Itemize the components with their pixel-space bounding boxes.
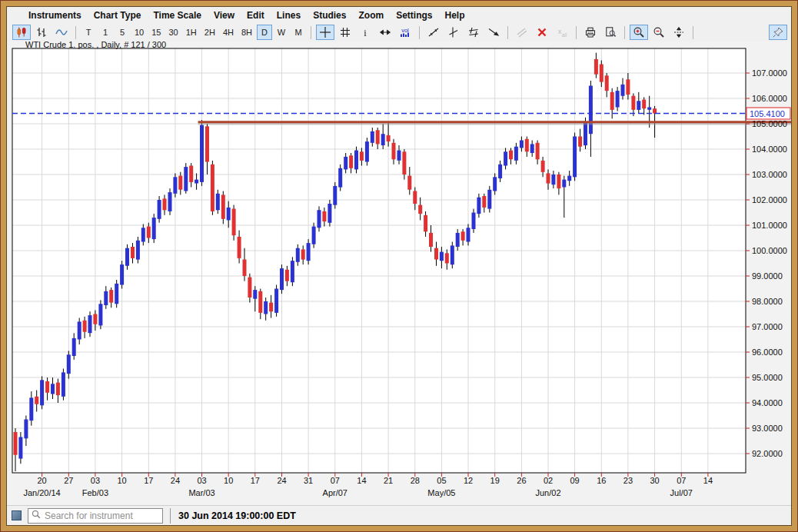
search-icon bbox=[31, 509, 42, 523]
svg-text:09: 09 bbox=[570, 476, 579, 485]
instrument-search-box[interactable] bbox=[28, 508, 163, 524]
toolbar-separator bbox=[419, 26, 420, 39]
channel-tool-button[interactable] bbox=[513, 25, 531, 40]
chart-type-bars-button[interactable] bbox=[32, 25, 51, 40]
search-input[interactable] bbox=[42, 510, 160, 522]
svg-text:17: 17 bbox=[251, 476, 260, 485]
svg-text:106.0000: 106.0000 bbox=[752, 94, 787, 103]
print-preview-button[interactable] bbox=[601, 25, 620, 40]
svg-text:Jan/20/14: Jan/20/14 bbox=[23, 488, 60, 497]
timeframe-4h-button[interactable]: 4H bbox=[220, 25, 237, 40]
svg-text:14: 14 bbox=[703, 476, 713, 485]
svg-text:10: 10 bbox=[224, 476, 233, 485]
crosshair-tool-button[interactable] bbox=[316, 25, 334, 40]
toolbar-separator bbox=[311, 26, 311, 39]
svg-text:95.0000: 95.0000 bbox=[752, 373, 783, 382]
svg-text:17: 17 bbox=[144, 476, 153, 485]
svg-text:Jul/07: Jul/07 bbox=[670, 488, 693, 497]
menu-item-edit[interactable]: Edit bbox=[241, 8, 271, 22]
zoom-in-button[interactable] bbox=[630, 25, 648, 40]
svg-text:12: 12 bbox=[464, 476, 473, 485]
toolbar: T151015301H2H4H8HDWMivolxall bbox=[7, 23, 791, 42]
svg-text:07: 07 bbox=[677, 476, 686, 485]
svg-text:all: all bbox=[562, 32, 567, 38]
menu-bar: InstrumentsChart TypeTime ScaleViewEditL… bbox=[7, 7, 791, 23]
svg-text:26: 26 bbox=[517, 476, 526, 485]
toolbar-separator bbox=[693, 26, 693, 39]
volume-toggle-button[interactable]: vol bbox=[396, 25, 414, 40]
pin-chart-button[interactable] bbox=[769, 25, 787, 40]
chart-timestamp: 30 Jun 2014 19:00:00 EDT bbox=[178, 510, 296, 521]
parallel-line-tool-button[interactable] bbox=[464, 25, 483, 40]
toolbar-separator bbox=[576, 26, 577, 39]
toolbar-separator bbox=[75, 26, 76, 39]
svg-text:102.0000: 102.0000 bbox=[752, 195, 787, 204]
timeframe-5m-button[interactable]: 5 bbox=[115, 25, 130, 40]
svg-text:31: 31 bbox=[304, 476, 313, 485]
svg-text:i: i bbox=[364, 28, 367, 38]
svg-text:101.0000: 101.0000 bbox=[752, 221, 787, 230]
svg-text:24: 24 bbox=[171, 476, 180, 485]
menu-item-time-scale[interactable]: Time Scale bbox=[147, 8, 207, 22]
chart-type-line-button[interactable] bbox=[52, 25, 71, 40]
price-chart-canvas[interactable]: 107.0000106.0000105.0000104.0000103.0000… bbox=[7, 42, 791, 505]
svg-text:07: 07 bbox=[331, 476, 340, 485]
svg-text:103.0000: 103.0000 bbox=[752, 170, 787, 179]
app-window: InstrumentsChart TypeTime ScaleViewEditL… bbox=[0, 0, 798, 532]
timeframe-10m-button[interactable]: 10 bbox=[131, 25, 147, 40]
svg-text:May/05: May/05 bbox=[427, 488, 455, 497]
delete-all-lines-button[interactable]: xall bbox=[553, 25, 571, 40]
timeframe-2h-button[interactable]: 2H bbox=[201, 25, 218, 40]
svg-text:94.0000: 94.0000 bbox=[752, 398, 783, 407]
svg-text:92.0000: 92.0000 bbox=[752, 449, 783, 458]
menu-item-view[interactable]: View bbox=[208, 8, 241, 22]
timeframe-1h-button[interactable]: 1H bbox=[183, 25, 200, 40]
timeframe-30m-button[interactable]: 30 bbox=[166, 25, 181, 40]
svg-text:105.4100: 105.4100 bbox=[750, 109, 785, 118]
svg-text:99.0000: 99.0000 bbox=[752, 271, 783, 281]
grid-toggle-button[interactable] bbox=[336, 25, 354, 40]
timeframe-tick-button[interactable]: T bbox=[81, 25, 96, 40]
toolbar-separator bbox=[624, 26, 625, 39]
menu-item-instruments[interactable]: Instruments bbox=[22, 8, 88, 22]
horizontal-scroll-button[interactable] bbox=[376, 25, 394, 40]
vertical-line-tool-button[interactable] bbox=[444, 25, 463, 40]
svg-text:Feb/03: Feb/03 bbox=[82, 488, 108, 497]
zoom-out-button[interactable] bbox=[650, 25, 668, 40]
svg-text:105.0000: 105.0000 bbox=[752, 119, 787, 128]
svg-text:20: 20 bbox=[37, 476, 46, 485]
menu-item-settings[interactable]: Settings bbox=[390, 8, 438, 22]
timeframe-15m-button[interactable]: 15 bbox=[148, 25, 164, 40]
timeframe-weekly-button[interactable]: W bbox=[274, 25, 289, 40]
chart-area: 107.0000106.0000105.0000104.0000103.0000… bbox=[7, 42, 791, 505]
svg-text:Mar/03: Mar/03 bbox=[188, 488, 214, 497]
ray-tool-button[interactable] bbox=[484, 25, 503, 40]
svg-text:93.0000: 93.0000 bbox=[752, 424, 783, 433]
svg-text:02: 02 bbox=[544, 476, 553, 485]
chart-type-candlestick-button[interactable] bbox=[12, 25, 31, 40]
resistance-trendline[interactable] bbox=[198, 122, 791, 124]
fit-vertical-button[interactable] bbox=[670, 25, 688, 40]
menu-item-studies[interactable]: Studies bbox=[307, 8, 352, 22]
menu-item-zoom[interactable]: Zoom bbox=[352, 8, 390, 22]
timeframe-monthly-button[interactable]: M bbox=[291, 25, 306, 40]
status-separator bbox=[170, 508, 171, 524]
menu-item-help[interactable]: Help bbox=[438, 8, 470, 22]
timeframe-8h-button[interactable]: 8H bbox=[238, 25, 255, 40]
svg-text:100.0000: 100.0000 bbox=[752, 246, 787, 255]
svg-text:27: 27 bbox=[64, 476, 73, 485]
delete-line-button[interactable] bbox=[533, 25, 551, 40]
svg-text:10: 10 bbox=[117, 476, 126, 485]
chart-legend: WTI Crude 1. pos. , Daily, # 121 / 300 bbox=[25, 42, 166, 49]
timeframe-daily-button[interactable]: D bbox=[257, 25, 272, 40]
info-tool-button[interactable]: i bbox=[356, 25, 374, 40]
menu-item-chart-type[interactable]: Chart Type bbox=[88, 8, 148, 22]
menu-item-lines[interactable]: Lines bbox=[271, 8, 307, 22]
print-button[interactable] bbox=[581, 25, 600, 40]
trendline-tool-button[interactable] bbox=[424, 25, 443, 40]
timeframe-1m-button[interactable]: 1 bbox=[98, 25, 113, 40]
svg-text:21: 21 bbox=[384, 476, 393, 485]
svg-text:19: 19 bbox=[490, 476, 500, 485]
toolbar-separator bbox=[507, 26, 508, 39]
svg-text:05: 05 bbox=[437, 476, 446, 485]
